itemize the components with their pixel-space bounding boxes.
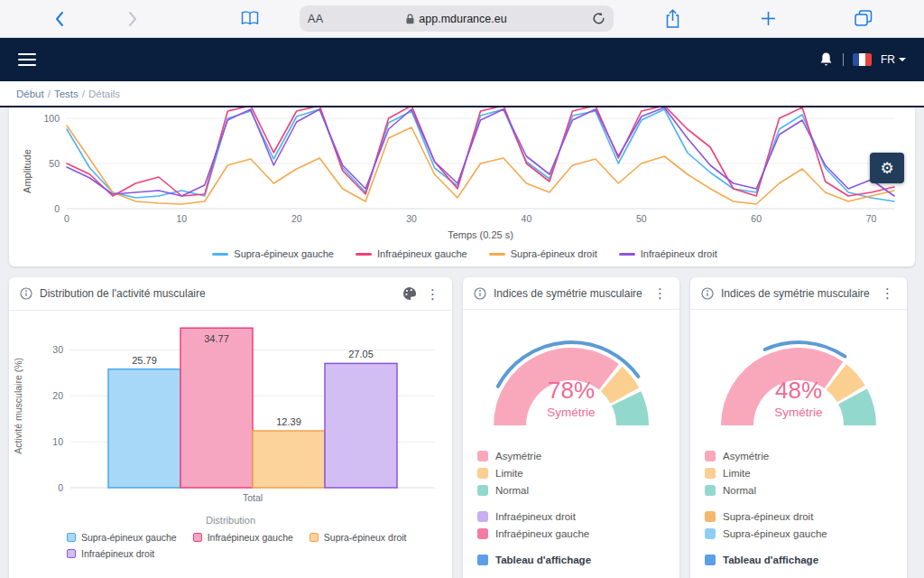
svg-text:Temps (0.25 s): Temps (0.25 s) (448, 229, 513, 240)
legend-marker (477, 555, 488, 565)
more-options-button[interactable]: ⋮ (651, 286, 669, 300)
legend-item[interactable]: Infraépineux gauche (356, 248, 467, 259)
info-icon[interactable] (20, 287, 32, 300)
legend-item[interactable]: Limite (705, 468, 907, 479)
info-icon[interactable] (474, 287, 486, 300)
legend-item[interactable]: Normal (477, 485, 679, 496)
legend-label: Asymétrie (723, 451, 769, 461)
legend-label: Supra-épineux droit (511, 248, 597, 259)
legend-marker (477, 511, 488, 522)
legend-marker (477, 468, 488, 479)
muscle-legend-item[interactable]: Infraépineux gauche (477, 528, 679, 539)
legend-label: Infraépineux gauche (495, 528, 589, 539)
bell-icon (818, 51, 834, 68)
legend-item[interactable]: Asymétrie (705, 451, 907, 461)
legend-spacer (690, 502, 907, 511)
new-tab-button[interactable] (754, 5, 781, 33)
legend-item[interactable]: Supra-épineux gauche (67, 532, 177, 543)
legend-item[interactable]: Asymétrie (477, 451, 679, 461)
forward-button[interactable] (119, 5, 146, 33)
card-title: Indices de symétrie musculaire (494, 287, 644, 300)
refresh-button[interactable] (592, 12, 605, 25)
svg-text:12.39: 12.39 (276, 416, 301, 427)
palette-button[interactable] (402, 286, 417, 301)
legend-marker (356, 253, 372, 256)
legend-item[interactable]: Supra-épineux gauche (212, 248, 334, 259)
info-icon[interactable] (701, 287, 714, 300)
legend-spacer (690, 545, 907, 555)
svg-text:Total: Total (243, 492, 263, 503)
menu-button[interactable] (18, 53, 36, 66)
notifications-button[interactable] (818, 51, 834, 68)
muscle-legend-item[interactable]: Supra-épineux droit (705, 511, 907, 522)
gauge-chart-area: 78%Symétrie (463, 319, 679, 431)
card-header: Indices de symétrie musculaire ⋮ (463, 277, 679, 310)
breadcrumb-link[interactable]: Début (16, 89, 44, 99)
chart-settings-button[interactable]: ⚙ (870, 153, 904, 183)
url-text: app.mdurance.eu (419, 13, 506, 25)
legend-label: Infraépineux droit (495, 511, 576, 522)
legend-label: Limite (723, 468, 751, 479)
muscle-legend-item[interactable]: Supra-épineux gauche (705, 528, 907, 539)
legend-label: Asymétrie (495, 451, 541, 461)
legend-label: Limite (495, 468, 523, 479)
legend-label: Infraépineux gauche (208, 532, 293, 543)
legend-item[interactable]: Infraépineux gauche (193, 532, 293, 543)
legend-item[interactable]: Limite (477, 468, 679, 479)
svg-text:Symétrie: Symétrie (547, 406, 595, 419)
gauge-chart-area: 48%Symétrie (690, 319, 907, 431)
legend-marker (212, 253, 228, 256)
legend-marker (705, 555, 716, 565)
plus-icon (761, 11, 776, 26)
bookmarks-button[interactable] (236, 5, 263, 33)
cards-row: Distribution de l'activité musculaire ⋮ … (9, 277, 915, 578)
legend-marker (705, 511, 716, 522)
reader-options-button[interactable]: AA (308, 13, 324, 25)
legend-marker (477, 485, 488, 496)
more-options-button[interactable]: ⋮ (424, 287, 441, 301)
legend-label: Supra-épineux gauche (234, 248, 334, 259)
svg-text:0: 0 (58, 482, 63, 493)
address-bar[interactable]: AA app.mdurance.eu (300, 5, 614, 32)
legend-label: Supra-épineux droit (324, 532, 407, 543)
svg-text:70: 70 (866, 213, 877, 224)
legend-marker (705, 451, 716, 461)
distribution-card: Distribution de l'activité musculaire ⋮ … (9, 277, 452, 578)
legend-item[interactable]: Supra-épineux droit (310, 532, 407, 543)
legend-label: Tableau d'affichage (723, 555, 818, 565)
share-button[interactable] (659, 5, 686, 33)
svg-text:48%: 48% (775, 377, 822, 404)
display-board-button[interactable]: Tableau d'affichage (705, 555, 907, 565)
legend-label: Supra-épineux gauche (723, 528, 827, 539)
more-options-button[interactable]: ⋮ (879, 286, 896, 300)
legend-marker (619, 253, 635, 256)
legend-marker (477, 451, 488, 461)
header-divider (843, 53, 844, 66)
distribution-bar-chart: 010203025.7934.7712.3927.05Total (29, 320, 444, 506)
breadcrumb-separator: / (48, 89, 51, 99)
lock-icon (406, 14, 414, 24)
back-button[interactable] (45, 5, 72, 33)
breadcrumb-link[interactable]: Tests (54, 89, 79, 99)
legend-item[interactable]: Infraépineux droit (67, 548, 154, 559)
svg-text:50: 50 (49, 158, 60, 169)
bar-chart-area: Activité musculaire (%) 010203025.7934.7… (9, 311, 452, 509)
french-flag-icon (853, 53, 872, 66)
svg-text:78%: 78% (548, 377, 595, 404)
muscle-legend-item[interactable]: Infraépineux droit (477, 511, 679, 522)
tab-overview-button[interactable] (850, 5, 877, 33)
legend-item[interactable]: Supra-épineux droit (489, 248, 597, 259)
chevron-down-icon (899, 58, 906, 61)
gauge-legend: AsymétrieLimiteNormalSupra-épineux droit… (690, 451, 907, 565)
svg-text:Symétrie: Symétrie (774, 406, 822, 419)
legend-marker (705, 485, 716, 496)
display-board-button[interactable]: Tableau d'affichage (477, 555, 679, 565)
legend-item[interactable]: Normal (705, 485, 907, 496)
svg-text:30: 30 (406, 213, 417, 224)
legend-item[interactable]: Infraépineux droit (619, 248, 717, 259)
legend-marker (193, 533, 202, 542)
legend-marker (489, 253, 505, 256)
card-title: Distribution de l'activité musculaire (40, 287, 395, 300)
emg-chart-legend: Supra-épineux gaucheInfraépineux gaucheS… (14, 248, 915, 259)
language-selector[interactable]: FR (881, 53, 906, 66)
